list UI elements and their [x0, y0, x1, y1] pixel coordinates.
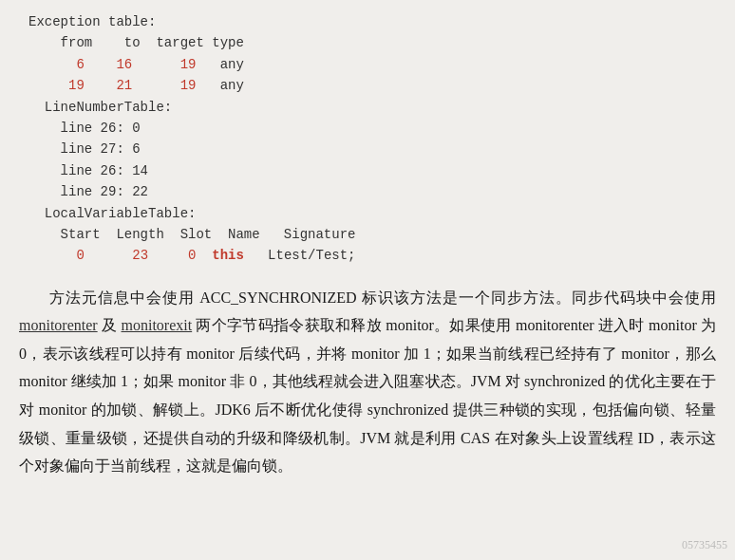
watermark: 05735455	[682, 538, 727, 552]
paragraph-1: 方法元信息中会使用 ACC_SYNCHRONIZED 标识该方法是一个同步方法。…	[19, 284, 716, 480]
exception-table-label: Exception table:	[28, 11, 716, 32]
line-number-3: line 26: 14	[28, 160, 716, 181]
monitorexit-term: monitorexit	[122, 317, 193, 333]
lv-start: 0	[76, 248, 84, 263]
from-val-2: 19	[68, 78, 85, 93]
exception-row-1: 6 16 19 any	[28, 54, 716, 75]
prose-section: 方法元信息中会使用 ACC_SYNCHRONIZED 标识该方法是一个同步方法。…	[19, 284, 716, 480]
line-number-1: line 26: 0	[28, 118, 716, 139]
to-val-1: 16	[116, 57, 132, 72]
exception-row-2: 19 21 19 any	[28, 75, 716, 96]
line-number-2: line 27: 6	[28, 139, 716, 159]
line-number-4: line 29: 22	[28, 181, 716, 202]
lv-slot: 0	[188, 248, 196, 263]
local-variable-row: 0 23 0 this Ltest/Test;	[28, 245, 716, 266]
exception-header: from to target type	[28, 32, 716, 53]
local-variable-header: Start Length Slot Name Signature	[28, 224, 716, 245]
lv-name: this	[212, 248, 244, 263]
code-block: Exception table: from to target type 6 1…	[19, 11, 716, 267]
target-val-2: 19	[180, 78, 197, 93]
line-number-label: LineNumberTable:	[28, 97, 716, 118]
monitorenter-term: monitorenter	[19, 317, 98, 333]
local-variable-label: LocalVariableTable:	[28, 203, 716, 224]
target-val-1: 19	[180, 57, 197, 72]
from-val-1: 6	[76, 57, 84, 72]
to-val-2: 21	[116, 78, 132, 93]
lv-length: 23	[132, 248, 148, 263]
